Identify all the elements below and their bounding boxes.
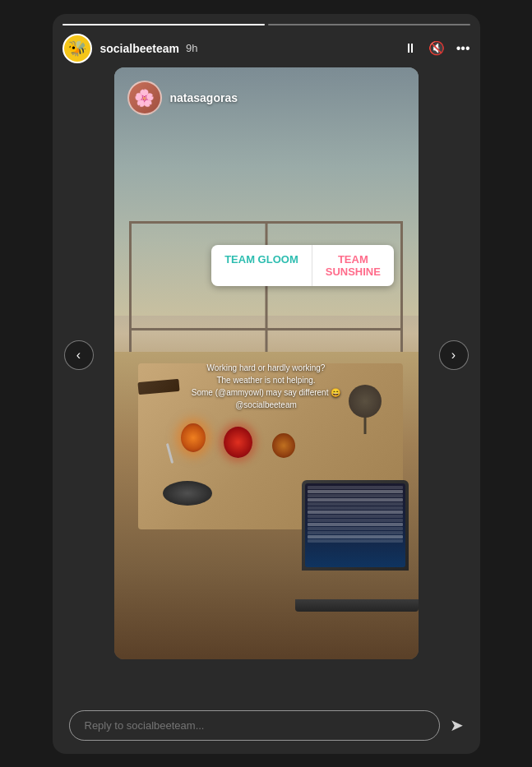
screen-line (308, 494, 403, 497)
screen-line (308, 519, 403, 522)
header-actions: ⏸ 🔇 ••• (404, 40, 470, 56)
screen-line (308, 486, 403, 489)
laptop-screen-content (305, 483, 405, 545)
window-crossbar (132, 328, 400, 330)
phone-frame: 🐝 socialbeeteam 9h ⏸ 🔇 ••• (53, 14, 480, 754)
mute-icon[interactable]: 🔇 (428, 40, 445, 56)
story-content: 🌸 natasagoras TEAM GLOOM TEAM SUNSHINE W… (53, 14, 480, 697)
reply-input[interactable] (69, 710, 440, 741)
screen-line (308, 502, 403, 506)
bowl (163, 481, 212, 506)
time-ago-label: 9h (186, 42, 197, 54)
caption-line-4: @socialbeeteam (176, 399, 357, 411)
reply-bar: ➤ (53, 697, 480, 754)
candle-orange (181, 423, 206, 452)
screen-line (308, 498, 403, 501)
caption-line-1: Working hard or hardly working? (176, 362, 357, 374)
screen-line (308, 539, 403, 543)
screen-line (308, 506, 403, 510)
inner-avatar[interactable]: 🌸 (127, 81, 162, 115)
send-icon[interactable]: ➤ (450, 715, 464, 735)
screen-line (308, 527, 403, 530)
poll-sunshine-label: TEAM SUNSHINE (326, 253, 381, 278)
progress-segment-2 (268, 24, 470, 25)
candle-red (224, 427, 252, 458)
inner-username[interactable]: natasagoras (170, 91, 238, 104)
screen-line (308, 515, 403, 518)
poll-container[interactable]: TEAM GLOOM TEAM SUNSHINE (211, 245, 394, 286)
caption-line-3: Some (@ammyowl) may say different 😄 (176, 386, 357, 399)
username-label[interactable]: socialbeeteam (100, 42, 180, 55)
caption-line-2: The weather is not helping. (176, 374, 357, 386)
progress-segment-1 (62, 24, 265, 25)
laptop (302, 480, 409, 571)
screen-line (308, 531, 403, 534)
caption-text: Working hard or hardly working? The weat… (176, 362, 357, 411)
poll-option-sunshine[interactable]: TEAM SUNSHINE (312, 245, 394, 286)
avatar[interactable]: 🐝 (62, 34, 92, 63)
more-options-icon[interactable]: ••• (456, 41, 470, 56)
progress-bar-container (62, 24, 470, 25)
poll-option-gloom[interactable]: TEAM GLOOM (211, 245, 312, 286)
laptop-screen (305, 483, 405, 567)
story-card: 🌸 natasagoras TEAM GLOOM TEAM SUNSHINE W… (114, 67, 419, 659)
screen-line (308, 490, 403, 493)
screen-line (308, 535, 403, 538)
screen-line (308, 511, 403, 514)
nav-arrow-right[interactable]: › (439, 340, 469, 370)
nav-arrow-left[interactable]: ‹ (64, 340, 94, 370)
story-header: 🐝 socialbeeteam 9h ⏸ 🔇 ••• (62, 34, 470, 63)
story-user-info: 🌸 natasagoras (127, 81, 238, 115)
laptop-base (295, 599, 419, 612)
screen-line (308, 523, 403, 526)
candle-amber (272, 433, 295, 458)
pause-icon[interactable]: ⏸ (404, 41, 417, 56)
